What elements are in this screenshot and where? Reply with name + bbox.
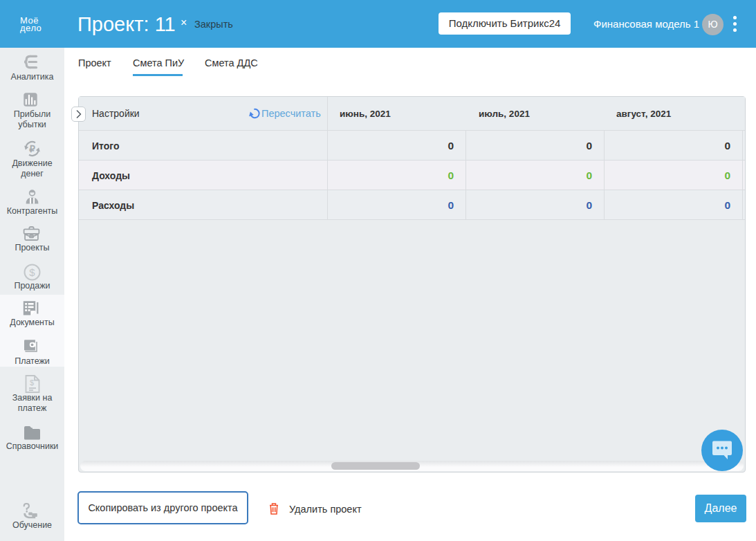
svg-text:$: $ [30, 378, 34, 387]
svg-text:₽: ₽ [29, 144, 35, 154]
svg-text:$: $ [29, 266, 35, 278]
